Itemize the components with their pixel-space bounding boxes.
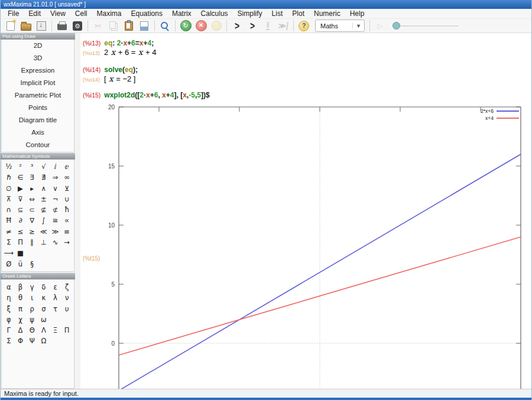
- greek-letter-button[interactable]: ν: [61, 292, 73, 303]
- greek-letter-button[interactable]: Δ: [15, 325, 27, 336]
- symbol-button[interactable]: ⅇ: [61, 161, 73, 172]
- symbol-button[interactable]: ⅈ: [50, 161, 61, 172]
- greek-letter-button[interactable]: ρ: [26, 304, 38, 314]
- new-document-button[interactable]: ★: [4, 19, 18, 32]
- title-bar[interactable]: wxMaxima 21.01.0 [ unsaved* ]: [1, 0, 531, 9]
- input-code[interactable]: wxplot2d([2·x+6, x+4], [x,-5,5])$: [104, 91, 209, 99]
- maths-mode-select[interactable]: Maths ▼: [315, 19, 365, 32]
- symbol-button[interactable]: ∂: [15, 215, 27, 226]
- symbol-button[interactable]: ≡: [61, 226, 73, 237]
- symbol-button[interactable]: ±: [38, 194, 50, 204]
- symbol-button[interactable]: ⟶: [3, 248, 15, 258]
- menu-list[interactable]: List: [267, 9, 288, 18]
- symbol-button[interactable]: ∨: [50, 183, 61, 194]
- draw-pane-item-contour[interactable]: Contour: [2, 139, 74, 151]
- symbol-button[interactable]: ≫: [50, 226, 61, 237]
- greek-letter-button[interactable]: κ: [38, 292, 50, 303]
- greek-letter-button[interactable]: ζ: [61, 282, 73, 292]
- input-code[interactable]: eq: 2·x+6=x+4;: [104, 39, 154, 47]
- play-animation-button[interactable]: ▷: [373, 19, 387, 32]
- menu-edit[interactable]: Edit: [24, 9, 46, 18]
- symbol-button[interactable]: ∅: [3, 183, 15, 194]
- symbol-button[interactable]: ³: [26, 161, 38, 172]
- animation-slider[interactable]: [392, 22, 459, 30]
- greek-letter-button[interactable]: λ: [50, 292, 61, 303]
- symbol-button[interactable]: ⊈: [38, 204, 50, 215]
- greek-letter-button[interactable]: Σ: [3, 336, 15, 346]
- symbol-button[interactable]: ≤: [15, 226, 27, 237]
- draw-pane-item-diagram-title[interactable]: Diagram title: [2, 114, 74, 126]
- symbol-button[interactable]: ħ: [61, 204, 73, 215]
- symbol-button[interactable]: ⊄: [50, 204, 61, 215]
- symbol-button[interactable]: √: [38, 161, 50, 172]
- symbol-button[interactable]: ²: [15, 161, 27, 172]
- worksheet[interactable]: 05101520 2*x+6x+4 (%i13)eq: 2·x+6=x+4;(%…: [80, 33, 532, 389]
- paste-button[interactable]: [122, 19, 136, 32]
- copy-button[interactable]: [106, 19, 121, 32]
- greek-letter-button[interactable]: Π: [61, 325, 73, 336]
- symbol-button[interactable]: ∄: [38, 172, 50, 183]
- greek-letter-button[interactable]: β: [15, 282, 27, 292]
- symbol-button[interactable]: ≠: [3, 226, 15, 237]
- evaluate-rest-button[interactable]: ≫: [276, 19, 290, 32]
- symbol-button[interactable]: ⊼: [3, 194, 15, 204]
- greek-letter-button[interactable]: Φ: [15, 336, 27, 346]
- menu-numeric[interactable]: Numeric: [309, 9, 345, 18]
- symbol-button[interactable]: ü: [15, 259, 27, 269]
- symbol-button[interactable]: ∿: [50, 237, 61, 248]
- help-button[interactable]: ?: [297, 19, 311, 32]
- greek-letter-button[interactable]: Γ: [3, 325, 15, 336]
- symbol-button[interactable]: ⊂: [26, 204, 38, 215]
- greek-letter-button[interactable]: γ: [26, 282, 38, 292]
- greek-letter-button[interactable]: θ: [15, 292, 27, 303]
- greek-letter-button[interactable]: ξ: [3, 304, 15, 314]
- preferences-button[interactable]: ⚙: [70, 19, 85, 32]
- draw-pane-item-implicit-plot[interactable]: Implicit Plot: [2, 77, 74, 89]
- symbol-button[interactable]: ∩: [3, 204, 15, 215]
- symbol-button[interactable]: ∥: [26, 237, 38, 248]
- greek-letter-button[interactable]: χ: [15, 314, 27, 325]
- symbol-button[interactable]: ≥: [26, 226, 38, 237]
- restart-maxima-button[interactable]: ↻: [179, 19, 193, 32]
- symbol-button[interactable]: ≅: [50, 215, 61, 226]
- symbol-button[interactable]: →: [61, 237, 73, 248]
- greek-letter-button[interactable]: α: [3, 282, 15, 292]
- symbol-button[interactable]: ▸: [26, 183, 38, 194]
- interrupt-button[interactable]: ✕: [194, 19, 208, 32]
- greek-letter-button[interactable]: φ: [3, 314, 15, 325]
- greek-letter-button[interactable]: Θ: [26, 325, 38, 336]
- draw-pane-item-2d[interactable]: 2D: [2, 40, 74, 52]
- greek-letter-button[interactable]: π: [15, 304, 27, 314]
- symbol-button[interactable]: ⊽: [15, 194, 27, 204]
- symbol-button[interactable]: ∞: [61, 172, 73, 183]
- greek-letter-button[interactable]: τ: [50, 304, 61, 314]
- greek-letter-button[interactable]: η: [3, 292, 15, 303]
- menu-matrix[interactable]: Matrix: [167, 9, 196, 18]
- symbol-button[interactable]: ⊥: [38, 237, 50, 248]
- symbol-button[interactable]: ⊆: [15, 204, 27, 215]
- follow-button[interactable]: [209, 19, 223, 32]
- find-button[interactable]: [158, 19, 172, 32]
- print-button[interactable]: [55, 19, 69, 32]
- draw-pane-item-3d[interactable]: 3D: [2, 52, 74, 64]
- symbol-button[interactable]: Ø: [3, 259, 15, 269]
- menu-maxima[interactable]: Maxima: [92, 9, 126, 18]
- evaluate-all-button[interactable]: >: [245, 19, 259, 32]
- symbol-button[interactable]: ∇: [26, 215, 38, 226]
- symbol-button[interactable]: ⊻: [61, 183, 73, 194]
- draw-pane-item-points[interactable]: Points: [2, 102, 74, 114]
- menu-help[interactable]: Help: [345, 9, 369, 18]
- symbol-button[interactable]: Ħ: [3, 215, 15, 226]
- symbol-button[interactable]: ∈: [15, 172, 27, 183]
- input-code[interactable]: solve(eq);: [104, 66, 138, 74]
- symbol-button[interactable]: §: [26, 259, 38, 269]
- symbol-button[interactable]: ∃: [26, 172, 38, 183]
- menu-simplify[interactable]: Simplify: [233, 9, 267, 18]
- cut-button[interactable]: ✂: [91, 19, 105, 32]
- menu-view[interactable]: View: [46, 9, 70, 18]
- greek-letter-button[interactable]: Ω: [38, 336, 50, 346]
- worksheet-cell[interactable]: (%o14)[ x = −2 ]: [83, 73, 135, 84]
- greek-letter-button[interactable]: Ξ: [50, 325, 61, 336]
- evaluate-till-here-button[interactable]: ∨∨: [261, 19, 275, 32]
- symbol-button[interactable]: ≪: [38, 226, 50, 237]
